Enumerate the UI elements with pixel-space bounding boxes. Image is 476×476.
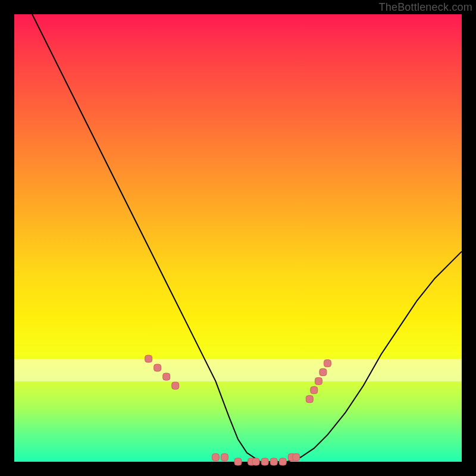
bottleneck-curve [32,14,462,462]
curve-marker [270,458,277,465]
curve-marker [293,454,300,461]
curve-marker [306,396,313,403]
curve-marker [154,364,161,371]
curve-marker [311,387,318,394]
watermark-text: TheBottleneck.com [379,1,472,14]
curve-markers [145,355,331,465]
curve-marker [261,458,268,465]
curve-marker [212,454,219,461]
curve-marker [145,355,152,362]
curve-marker [324,360,331,367]
curve-marker [279,458,286,465]
curve-marker [221,454,228,461]
chart-frame [14,14,462,462]
curve-marker [172,382,179,389]
curve-marker [163,373,170,380]
curve-marker [315,378,322,385]
curve-marker [320,369,327,376]
curve-marker [234,458,242,465]
curve-marker [252,458,259,465]
chart-svg [14,14,462,462]
